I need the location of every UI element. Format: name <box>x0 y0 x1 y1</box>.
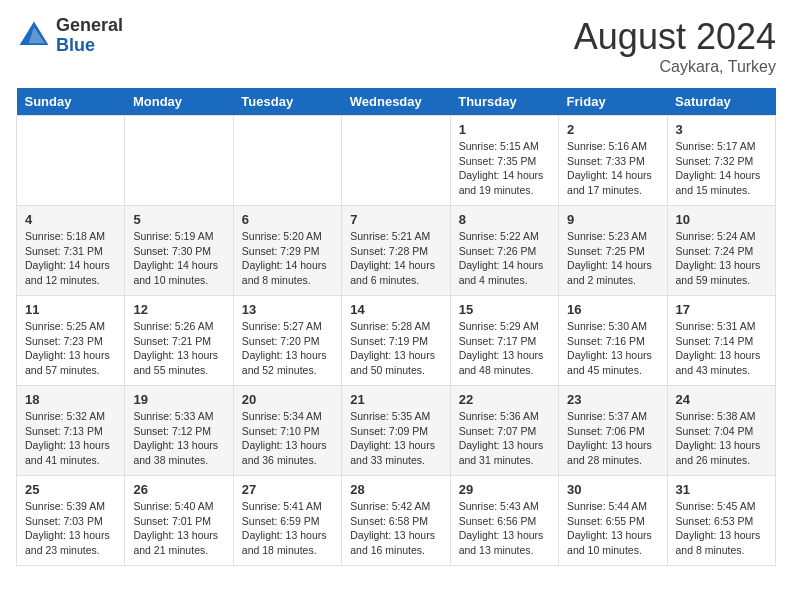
day-number: 31 <box>676 482 767 497</box>
day-number: 24 <box>676 392 767 407</box>
day-number: 19 <box>133 392 224 407</box>
calendar-cell-w1-d0: 4Sunrise: 5:18 AM Sunset: 7:31 PM Daylig… <box>17 206 125 296</box>
logo: General Blue <box>16 16 123 56</box>
day-number: 9 <box>567 212 658 227</box>
day-number: 4 <box>25 212 116 227</box>
calendar-cell-w4-d2: 27Sunrise: 5:41 AM Sunset: 6:59 PM Dayli… <box>233 476 341 566</box>
day-number: 18 <box>25 392 116 407</box>
calendar-cell-w1-d6: 10Sunrise: 5:24 AM Sunset: 7:24 PM Dayli… <box>667 206 775 296</box>
calendar-cell-w2-d2: 13Sunrise: 5:27 AM Sunset: 7:20 PM Dayli… <box>233 296 341 386</box>
calendar-cell-w2-d6: 17Sunrise: 5:31 AM Sunset: 7:14 PM Dayli… <box>667 296 775 386</box>
title-block: August 2024 Caykara, Turkey <box>574 16 776 76</box>
day-info-text: Sunrise: 5:42 AM Sunset: 6:58 PM Dayligh… <box>350 499 441 558</box>
header-monday: Monday <box>125 88 233 116</box>
day-number: 7 <box>350 212 441 227</box>
day-number: 10 <box>676 212 767 227</box>
day-number: 29 <box>459 482 550 497</box>
day-info-text: Sunrise: 5:25 AM Sunset: 7:23 PM Dayligh… <box>25 319 116 378</box>
calendar-cell-w0-d2 <box>233 116 341 206</box>
day-info-text: Sunrise: 5:41 AM Sunset: 6:59 PM Dayligh… <box>242 499 333 558</box>
day-info-text: Sunrise: 5:20 AM Sunset: 7:29 PM Dayligh… <box>242 229 333 288</box>
calendar-cell-w1-d4: 8Sunrise: 5:22 AM Sunset: 7:26 PM Daylig… <box>450 206 558 296</box>
logo-blue-text: Blue <box>56 36 123 56</box>
day-info-text: Sunrise: 5:36 AM Sunset: 7:07 PM Dayligh… <box>459 409 550 468</box>
day-info-text: Sunrise: 5:19 AM Sunset: 7:30 PM Dayligh… <box>133 229 224 288</box>
day-number: 1 <box>459 122 550 137</box>
day-number: 22 <box>459 392 550 407</box>
header-wednesday: Wednesday <box>342 88 450 116</box>
calendar-cell-w1-d3: 7Sunrise: 5:21 AM Sunset: 7:28 PM Daylig… <box>342 206 450 296</box>
calendar-cell-w3-d4: 22Sunrise: 5:36 AM Sunset: 7:07 PM Dayli… <box>450 386 558 476</box>
day-number: 6 <box>242 212 333 227</box>
month-year-title: August 2024 <box>574 16 776 58</box>
calendar-cell-w0-d4: 1Sunrise: 5:15 AM Sunset: 7:35 PM Daylig… <box>450 116 558 206</box>
calendar-cell-w3-d6: 24Sunrise: 5:38 AM Sunset: 7:04 PM Dayli… <box>667 386 775 476</box>
day-number: 26 <box>133 482 224 497</box>
page-header: General Blue August 2024 Caykara, Turkey <box>16 16 776 76</box>
calendar-table: Sunday Monday Tuesday Wednesday Thursday… <box>16 88 776 566</box>
calendar-row-4: 25Sunrise: 5:39 AM Sunset: 7:03 PM Dayli… <box>17 476 776 566</box>
day-number: 30 <box>567 482 658 497</box>
day-number: 23 <box>567 392 658 407</box>
calendar-cell-w3-d1: 19Sunrise: 5:33 AM Sunset: 7:12 PM Dayli… <box>125 386 233 476</box>
calendar-cell-w4-d5: 30Sunrise: 5:44 AM Sunset: 6:55 PM Dayli… <box>559 476 667 566</box>
day-info-text: Sunrise: 5:45 AM Sunset: 6:53 PM Dayligh… <box>676 499 767 558</box>
day-number: 13 <box>242 302 333 317</box>
calendar-row-2: 11Sunrise: 5:25 AM Sunset: 7:23 PM Dayli… <box>17 296 776 386</box>
calendar-cell-w1-d5: 9Sunrise: 5:23 AM Sunset: 7:25 PM Daylig… <box>559 206 667 296</box>
calendar-header-row: Sunday Monday Tuesday Wednesday Thursday… <box>17 88 776 116</box>
calendar-cell-w0-d1 <box>125 116 233 206</box>
day-info-text: Sunrise: 5:32 AM Sunset: 7:13 PM Dayligh… <box>25 409 116 468</box>
day-number: 27 <box>242 482 333 497</box>
calendar-cell-w3-d2: 20Sunrise: 5:34 AM Sunset: 7:10 PM Dayli… <box>233 386 341 476</box>
day-number: 17 <box>676 302 767 317</box>
day-number: 8 <box>459 212 550 227</box>
calendar-cell-w2-d1: 12Sunrise: 5:26 AM Sunset: 7:21 PM Dayli… <box>125 296 233 386</box>
calendar-cell-w4-d3: 28Sunrise: 5:42 AM Sunset: 6:58 PM Dayli… <box>342 476 450 566</box>
calendar-cell-w3-d0: 18Sunrise: 5:32 AM Sunset: 7:13 PM Dayli… <box>17 386 125 476</box>
calendar-cell-w4-d0: 25Sunrise: 5:39 AM Sunset: 7:03 PM Dayli… <box>17 476 125 566</box>
day-info-text: Sunrise: 5:18 AM Sunset: 7:31 PM Dayligh… <box>25 229 116 288</box>
calendar-cell-w4-d4: 29Sunrise: 5:43 AM Sunset: 6:56 PM Dayli… <box>450 476 558 566</box>
day-info-text: Sunrise: 5:15 AM Sunset: 7:35 PM Dayligh… <box>459 139 550 198</box>
header-sunday: Sunday <box>17 88 125 116</box>
calendar-cell-w0-d5: 2Sunrise: 5:16 AM Sunset: 7:33 PM Daylig… <box>559 116 667 206</box>
day-number: 11 <box>25 302 116 317</box>
calendar-cell-w3-d5: 23Sunrise: 5:37 AM Sunset: 7:06 PM Dayli… <box>559 386 667 476</box>
day-info-text: Sunrise: 5:34 AM Sunset: 7:10 PM Dayligh… <box>242 409 333 468</box>
day-info-text: Sunrise: 5:24 AM Sunset: 7:24 PM Dayligh… <box>676 229 767 288</box>
day-number: 28 <box>350 482 441 497</box>
day-info-text: Sunrise: 5:40 AM Sunset: 7:01 PM Dayligh… <box>133 499 224 558</box>
day-info-text: Sunrise: 5:29 AM Sunset: 7:17 PM Dayligh… <box>459 319 550 378</box>
day-number: 25 <box>25 482 116 497</box>
day-info-text: Sunrise: 5:26 AM Sunset: 7:21 PM Dayligh… <box>133 319 224 378</box>
calendar-cell-w2-d5: 16Sunrise: 5:30 AM Sunset: 7:16 PM Dayli… <box>559 296 667 386</box>
location-subtitle: Caykara, Turkey <box>574 58 776 76</box>
calendar-cell-w3-d3: 21Sunrise: 5:35 AM Sunset: 7:09 PM Dayli… <box>342 386 450 476</box>
day-number: 2 <box>567 122 658 137</box>
day-info-text: Sunrise: 5:23 AM Sunset: 7:25 PM Dayligh… <box>567 229 658 288</box>
day-info-text: Sunrise: 5:28 AM Sunset: 7:19 PM Dayligh… <box>350 319 441 378</box>
calendar-row-1: 4Sunrise: 5:18 AM Sunset: 7:31 PM Daylig… <box>17 206 776 296</box>
day-info-text: Sunrise: 5:33 AM Sunset: 7:12 PM Dayligh… <box>133 409 224 468</box>
day-info-text: Sunrise: 5:37 AM Sunset: 7:06 PM Dayligh… <box>567 409 658 468</box>
calendar-cell-w1-d2: 6Sunrise: 5:20 AM Sunset: 7:29 PM Daylig… <box>233 206 341 296</box>
day-number: 20 <box>242 392 333 407</box>
calendar-cell-w4-d1: 26Sunrise: 5:40 AM Sunset: 7:01 PM Dayli… <box>125 476 233 566</box>
calendar-cell-w4-d6: 31Sunrise: 5:45 AM Sunset: 6:53 PM Dayli… <box>667 476 775 566</box>
calendar-cell-w0-d6: 3Sunrise: 5:17 AM Sunset: 7:32 PM Daylig… <box>667 116 775 206</box>
day-number: 5 <box>133 212 224 227</box>
logo-icon <box>16 18 52 54</box>
calendar-cell-w2-d0: 11Sunrise: 5:25 AM Sunset: 7:23 PM Dayli… <box>17 296 125 386</box>
day-info-text: Sunrise: 5:31 AM Sunset: 7:14 PM Dayligh… <box>676 319 767 378</box>
calendar-cell-w1-d1: 5Sunrise: 5:19 AM Sunset: 7:30 PM Daylig… <box>125 206 233 296</box>
day-info-text: Sunrise: 5:21 AM Sunset: 7:28 PM Dayligh… <box>350 229 441 288</box>
calendar-row-0: 1Sunrise: 5:15 AM Sunset: 7:35 PM Daylig… <box>17 116 776 206</box>
calendar-row-3: 18Sunrise: 5:32 AM Sunset: 7:13 PM Dayli… <box>17 386 776 476</box>
day-number: 15 <box>459 302 550 317</box>
day-info-text: Sunrise: 5:22 AM Sunset: 7:26 PM Dayligh… <box>459 229 550 288</box>
day-info-text: Sunrise: 5:44 AM Sunset: 6:55 PM Dayligh… <box>567 499 658 558</box>
header-thursday: Thursday <box>450 88 558 116</box>
day-number: 16 <box>567 302 658 317</box>
header-friday: Friday <box>559 88 667 116</box>
